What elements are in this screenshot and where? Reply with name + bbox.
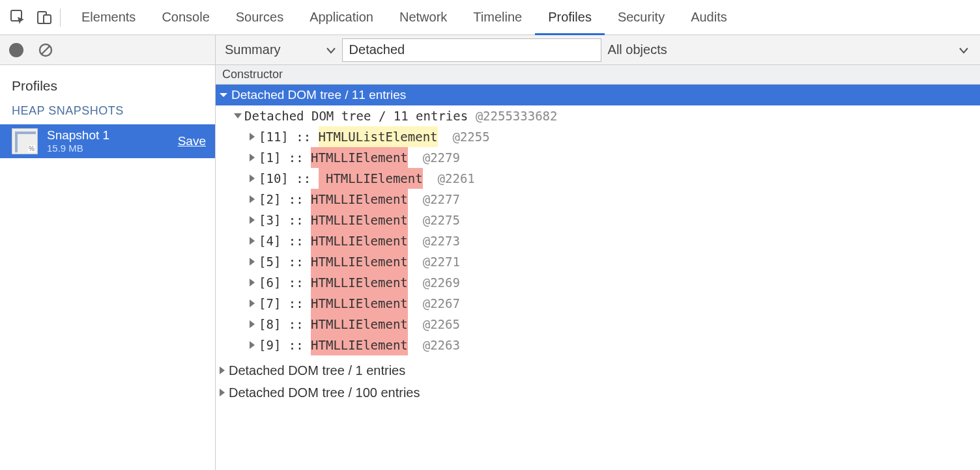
disclosure-triangle-right-icon <box>250 237 255 245</box>
chevron-down-icon <box>959 42 968 57</box>
tree-index: [9] :: <box>259 335 311 355</box>
tree-group-row[interactable]: Detached DOM tree / 1 entries <box>216 359 980 381</box>
tree-index: [4] :: <box>259 230 311 251</box>
snapshot-icon: % <box>12 128 38 154</box>
object-filter-dropdown[interactable]: All objects <box>608 42 968 57</box>
disclosure-triangle-right-icon <box>250 299 255 307</box>
tree-class-name: HTMLLIElement <box>311 230 408 251</box>
disclosure-triangle-right-icon <box>250 174 255 182</box>
tree-child-row[interactable]: [1] :: HTMLLIElement @2279 <box>216 147 980 168</box>
profiles-toolbar: Summary All objects <box>216 35 980 65</box>
tree-class-name: HTMLUListElement <box>319 126 438 147</box>
tree-index: [5] :: <box>259 251 311 272</box>
disclosure-triangle-right-icon <box>250 341 255 349</box>
snapshot-size: 15.9 MB <box>47 143 109 154</box>
disclosure-triangle-right-icon <box>250 279 255 286</box>
disclosure-triangle-down-icon <box>220 93 227 97</box>
tree-class-name: HTMLLIElement <box>311 314 408 335</box>
column-header-constructor[interactable]: Constructor <box>216 65 980 85</box>
selected-constructor-row[interactable]: Detached DOM tree / 11 entries <box>216 85 980 105</box>
tree-child-row[interactable]: [7] :: HTMLLIElement @2267 <box>216 293 980 314</box>
object-id: @2275 <box>423 210 460 230</box>
object-id: @2273 <box>423 230 460 251</box>
disclosure-triangle-right-icon <box>220 389 225 396</box>
snapshot-item[interactable]: % Snapshot 1 15.9 MB Save <box>0 124 215 158</box>
object-id: @2277 <box>423 189 460 210</box>
tree-index: [8] :: <box>259 314 311 335</box>
object-id: @2271 <box>423 251 460 272</box>
snapshot-name: Snapshot 1 <box>47 128 109 143</box>
class-filter-input[interactable] <box>342 38 601 62</box>
tree-index: [6] :: <box>259 272 311 293</box>
tree-child-row[interactable]: [2] :: HTMLLIElement @2277 <box>216 189 980 210</box>
tree-class-name: HTMLLIElement <box>311 251 408 272</box>
object-id: @2265 <box>423 314 460 335</box>
tree-child-row[interactable]: [3] :: HTMLLIElement @2275 <box>216 210 980 230</box>
tabbar-separator <box>60 8 61 27</box>
tree-group-label: Detached DOM tree / 11 entries <box>244 105 468 126</box>
disclosure-triangle-right-icon <box>220 366 225 374</box>
tree-index: [10] :: <box>259 168 319 189</box>
tab-console[interactable]: Console <box>149 0 222 35</box>
object-id: @2261 <box>438 168 475 189</box>
view-mode-label: Summary <box>225 42 281 57</box>
object-id: @2263 <box>423 335 460 355</box>
tree-class-name: HTMLLIElement <box>311 210 408 230</box>
chevron-down-icon <box>326 42 336 57</box>
profiles-sidebar: Profiles HEAP SNAPSHOTS % Snapshot 1 15.… <box>0 35 216 470</box>
disclosure-triangle-right-icon <box>250 195 255 203</box>
tree-class-name: HTMLLIElement <box>311 189 408 210</box>
tree-child-row[interactable]: [5] :: HTMLLIElement @2271 <box>216 251 980 272</box>
tree-child-row[interactable]: [9] :: HTMLLIElement @2263 <box>216 335 980 355</box>
devtools-tabbar: ElementsConsoleSourcesApplicationNetwork… <box>0 0 980 35</box>
tree-child-row[interactable]: [6] :: HTMLLIElement @2269 <box>216 272 980 293</box>
disclosure-triangle-right-icon <box>250 320 255 328</box>
object-filter-label: All objects <box>608 42 667 57</box>
tab-sources[interactable]: Sources <box>223 0 296 35</box>
tree-class-name: HTMLLIElement <box>311 293 408 314</box>
disclosure-triangle-down-icon <box>234 113 242 118</box>
tree-index: [11] :: <box>259 126 319 147</box>
sidebar-title: Profiles <box>0 65 215 102</box>
tree-child-row[interactable]: [8] :: HTMLLIElement @2265 <box>216 314 980 335</box>
object-id: @2267 <box>423 293 460 314</box>
tab-elements[interactable]: Elements <box>68 0 149 35</box>
view-mode-dropdown[interactable]: Summary <box>225 42 336 57</box>
tab-network[interactable]: Network <box>386 0 460 35</box>
tree-class-name: HTMLLIElement <box>311 147 408 168</box>
profiles-sidebar-toolbar <box>0 35 215 65</box>
inspect-element-icon[interactable] <box>5 0 31 35</box>
tree-index: [1] :: <box>259 147 311 168</box>
disclosure-triangle-right-icon <box>250 258 255 266</box>
svg-line-4 <box>42 46 50 54</box>
object-tree: Detached DOM tree / 11 entries @22553336… <box>216 105 980 359</box>
snapshot-save-link[interactable]: Save <box>178 134 206 148</box>
tab-application[interactable]: Application <box>296 0 386 35</box>
object-id: @2255333682 <box>476 105 558 126</box>
tree-group-row[interactable]: Detached DOM tree / 11 entries @22553336… <box>216 105 980 126</box>
tree-child-row[interactable]: [10] :: HTMLLIElement @2261 <box>216 168 980 189</box>
object-id: @2269 <box>423 272 460 293</box>
tree-child-row[interactable]: [4] :: HTMLLIElement @2273 <box>216 230 980 251</box>
disclosure-triangle-right-icon <box>250 216 255 224</box>
tree-group-label: Detached DOM tree / 100 entries <box>229 381 420 404</box>
tree-class-name: HTMLLIElement <box>319 168 423 189</box>
object-id: @2255 <box>452 126 489 147</box>
device-toolbar-icon[interactable] <box>31 0 57 35</box>
tree-group-row[interactable]: Detached DOM tree / 100 entries <box>216 381 980 404</box>
disclosure-triangle-right-icon <box>250 154 255 161</box>
tree-class-name: HTMLLIElement <box>311 335 408 355</box>
tab-profiles[interactable]: Profiles <box>535 0 605 35</box>
tree-group-label: Detached DOM tree / 1 entries <box>229 359 405 381</box>
clear-button[interactable] <box>38 42 53 58</box>
tab-timeline[interactable]: Timeline <box>460 0 535 35</box>
object-id: @2279 <box>423 147 460 168</box>
tree-child-row[interactable]: [11] :: HTMLUListElement @2255 <box>216 126 980 147</box>
tree-index: [3] :: <box>259 210 311 230</box>
tab-security[interactable]: Security <box>605 0 678 35</box>
svg-rect-2 <box>44 15 51 23</box>
tree-index: [2] :: <box>259 189 311 210</box>
record-button[interactable] <box>9 43 23 57</box>
tab-audits[interactable]: Audits <box>678 0 740 35</box>
sidebar-section-heap: HEAP SNAPSHOTS <box>0 102 215 124</box>
